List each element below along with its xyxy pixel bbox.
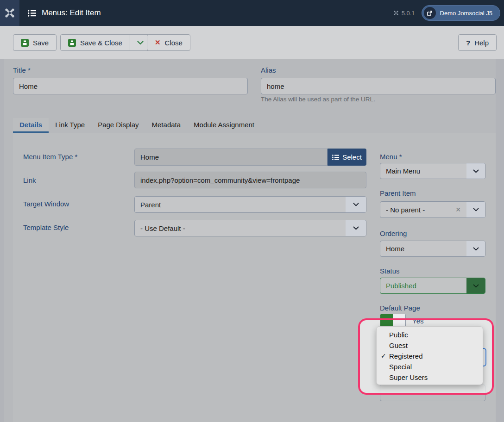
target-window-value: Parent — [140, 201, 161, 209]
save-label: Save — [33, 39, 49, 47]
demo-site-button[interactable]: Demo Jomsocial J5 — [422, 5, 500, 21]
menu-list-icon — [28, 10, 36, 17]
page-title: Menus: Edit Item — [42, 8, 101, 18]
ordering-select[interactable]: Home — [380, 241, 485, 257]
edit-item-tabs: Details Link Type Page Display Metadata … — [13, 118, 261, 133]
joomla-version-icon — [393, 10, 399, 16]
menu-item-type-select-button[interactable]: Select — [328, 149, 366, 166]
app-header: Menus: Edit Item 5.0.1 Dem — [0, 0, 504, 26]
chevron-down-icon — [466, 163, 485, 179]
status-select[interactable]: Published — [380, 278, 485, 294]
status-label: Status — [380, 267, 400, 275]
tab-module-assignment[interactable]: Module Assignment — [187, 118, 261, 133]
external-link-icon — [424, 7, 436, 19]
select-button-label: Select — [342, 153, 362, 161]
dropdown-option-registered-label: Registered — [389, 352, 423, 360]
check-icon: ✓ — [381, 351, 386, 361]
default-page-label: Default Page — [380, 304, 420, 312]
dropdown-option-registered[interactable]: ✓ Registered — [377, 351, 483, 361]
save-button[interactable]: Save — [13, 34, 57, 51]
demo-site-label: Demo Jomsocial J5 — [440, 10, 492, 17]
chevron-down-icon — [346, 220, 366, 236]
template-style-select[interactable]: - Use Default - — [134, 220, 366, 236]
save-close-label: Save & Close — [80, 39, 122, 47]
target-window-label: Target Window — [23, 200, 69, 208]
chevron-down-icon — [466, 278, 485, 293]
parent-item-select[interactable]: - No parent - ✕ — [380, 201, 485, 218]
close-button[interactable]: ✕ Close — [147, 34, 190, 51]
default-page-value: Yes — [412, 317, 423, 325]
chevron-down-icon — [466, 202, 485, 217]
chevron-down-icon — [137, 41, 144, 45]
tab-page-display[interactable]: Page Display — [91, 118, 145, 133]
target-window-select[interactable]: Parent — [134, 196, 366, 213]
save-icon — [21, 39, 29, 47]
status-value: Published — [386, 282, 416, 290]
save-close-button-group: Save & Close — [60, 34, 151, 51]
dropdown-option-public[interactable]: Public — [377, 329, 483, 340]
dropdown-option-guest[interactable]: Guest — [377, 340, 483, 351]
dropdown-option-super-users[interactable]: Super Users — [377, 372, 483, 383]
tab-metadata[interactable]: Metadata — [145, 118, 188, 133]
menu-item-type-input — [134, 149, 328, 166]
joomla-logo-icon — [4, 7, 15, 19]
template-style-label: Template Style — [23, 223, 69, 231]
save-close-button[interactable]: Save & Close — [61, 35, 130, 50]
chevron-down-icon — [346, 197, 366, 212]
template-style-value: - Use Default - — [140, 224, 185, 232]
parent-item-value: - No parent - — [386, 206, 425, 214]
tab-details[interactable]: Details — [13, 118, 49, 133]
version-badge: 5.0.1 — [393, 10, 415, 17]
version-text: 5.0.1 — [402, 10, 415, 17]
link-input — [134, 172, 366, 188]
ordering-label: Ordering — [380, 230, 407, 237]
save-close-icon — [68, 39, 76, 47]
chevron-down-icon — [466, 241, 485, 256]
title-label: Title * — [13, 66, 31, 74]
help-icon: ? — [466, 39, 470, 47]
joomla-logo-button[interactable] — [0, 0, 19, 26]
alias-label: Alias — [261, 66, 276, 74]
close-label: Close — [165, 39, 183, 47]
link-label: Link — [23, 176, 36, 184]
toolbar: Save Save & Close ✕ Close ? Help — [0, 26, 504, 59]
tab-link-type[interactable]: Link Type — [49, 118, 91, 133]
help-label: Help — [474, 39, 489, 47]
select-list-icon — [332, 155, 339, 160]
dropdown-option-special[interactable]: Special — [377, 361, 483, 372]
menu-value: Main Menu — [386, 167, 420, 175]
menu-item-type-label: Menu Item Type * — [23, 153, 77, 161]
menu-label: Menu * — [380, 153, 402, 161]
menu-select[interactable]: Main Menu — [380, 163, 485, 179]
clear-icon[interactable]: ✕ — [455, 206, 461, 213]
title-input[interactable] — [13, 78, 248, 94]
ordering-value: Home — [386, 245, 404, 253]
parent-item-label: Parent Item — [380, 189, 416, 197]
access-dropdown-menu: Public Guest ✓ Registered Special Super … — [376, 326, 483, 385]
alias-input[interactable] — [261, 78, 496, 94]
close-icon: ✕ — [155, 38, 161, 47]
help-button[interactable]: ? Help — [458, 34, 497, 51]
alias-help-text: The Alias will be used as part of the UR… — [261, 96, 375, 103]
